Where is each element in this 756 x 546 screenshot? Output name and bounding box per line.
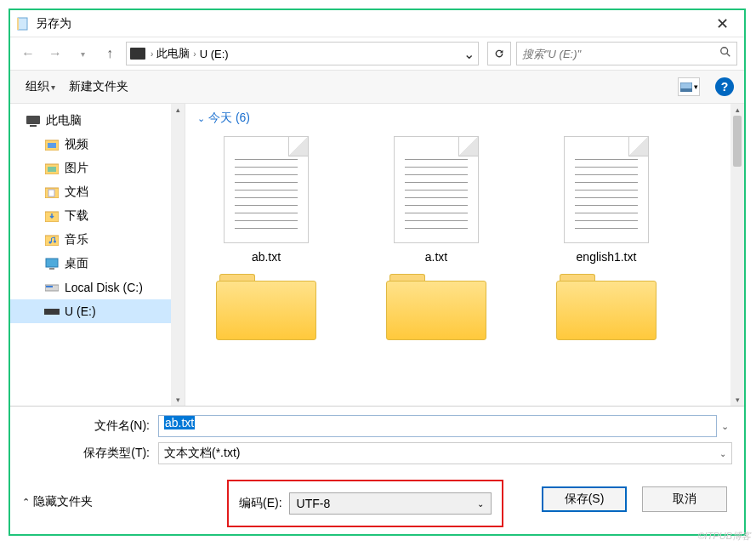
- toolbar: 组织▾ 新建文件夹 ▾ ?: [10, 70, 744, 104]
- back-button[interactable]: ←: [17, 43, 39, 65]
- refresh-button[interactable]: [487, 42, 511, 65]
- tree-item-label: 音乐: [65, 232, 88, 247]
- file-item[interactable]: ab.txt: [211, 136, 321, 264]
- close-button[interactable]: ✕: [705, 14, 739, 33]
- folder-icon: [44, 233, 60, 247]
- cancel-button[interactable]: 取消: [642, 486, 727, 512]
- watermark: ©ITPUB博客: [698, 530, 752, 543]
- file-item[interactable]: a.txt: [381, 136, 492, 264]
- save-as-dialog: 另存为 ✕ ← → ▾ ↑ › 此电脑 › U (E:) ⌄ 组织▾ 新建文件夹: [9, 9, 746, 536]
- chevron-down-icon: ⌄: [719, 449, 726, 458]
- file-name: ab.txt: [252, 250, 281, 264]
- svg-rect-0: [18, 18, 27, 30]
- chevron-down-icon: ▾: [51, 82, 55, 92]
- tree-item-label: 图片: [65, 161, 88, 176]
- scroll-down-icon[interactable]: ▾: [736, 395, 740, 404]
- tree-item-label: 视频: [65, 137, 88, 152]
- tree-item-this-pc[interactable]: 此电脑: [10, 109, 185, 133]
- desktop-icon: [44, 257, 60, 270]
- notepad-icon: [15, 16, 31, 31]
- new-folder-button[interactable]: 新建文件夹: [64, 76, 134, 98]
- encoding-combo[interactable]: UTF-8⌄: [289, 492, 492, 515]
- tree-item-drive-e[interactable]: U (E:)▾: [10, 299, 185, 323]
- hide-folders-label: 隐藏文件夹: [33, 494, 93, 509]
- search-input[interactable]: [522, 48, 719, 60]
- tree-item-downloads[interactable]: 下载: [10, 204, 185, 228]
- pc-icon: [130, 48, 145, 60]
- tree-item-videos[interactable]: 视频: [10, 133, 185, 156]
- svg-rect-6: [26, 116, 40, 124]
- file-item[interactable]: english1.txt: [551, 136, 662, 264]
- svg-rect-9: [48, 143, 56, 148]
- filename-input[interactable]: ab.txt: [158, 415, 717, 437]
- pc-icon: [26, 114, 41, 128]
- encoding-label: 编码(E):: [239, 496, 282, 511]
- address-dropdown-icon[interactable]: ⌄: [463, 46, 475, 62]
- view-button[interactable]: ▾: [678, 77, 700, 96]
- breadcrumb-segment[interactable]: 此电脑: [156, 46, 190, 61]
- chevron-down-icon: ⌄: [477, 499, 484, 509]
- scroll-down-icon[interactable]: ▾: [176, 395, 180, 404]
- folder-icon: [44, 185, 60, 199]
- encoding-highlight: 编码(E): UTF-8⌄: [227, 480, 503, 527]
- file-name: english1.txt: [577, 250, 637, 264]
- breadcrumb-segment[interactable]: U (E:): [200, 48, 229, 60]
- svg-rect-7: [30, 125, 37, 127]
- tree-item-music[interactable]: 音乐: [10, 228, 185, 252]
- folder-item[interactable]: [381, 272, 492, 340]
- svg-rect-21: [46, 286, 53, 287]
- folder-item[interactable]: [551, 272, 662, 340]
- filetype-label: 保存类型(T):: [22, 446, 158, 461]
- forward-button[interactable]: →: [44, 43, 66, 65]
- search-box[interactable]: [516, 42, 737, 65]
- scroll-up-icon[interactable]: ▴: [736, 105, 740, 114]
- tree-item-label: 桌面: [65, 256, 88, 271]
- svg-rect-5: [680, 88, 692, 92]
- text-file-icon: [224, 136, 309, 243]
- tree-item-documents[interactable]: 文档: [10, 180, 185, 204]
- folder-item[interactable]: [211, 272, 321, 340]
- address-bar[interactable]: › 此电脑 › U (E:) ⌄: [126, 42, 479, 65]
- filetype-combo[interactable]: 文本文档(*.txt)⌄: [158, 442, 732, 464]
- drive-icon: [44, 281, 60, 294]
- svg-point-2: [721, 48, 728, 54]
- svg-line-3: [727, 54, 730, 57]
- tree-item-desktop[interactable]: 桌面: [10, 252, 185, 276]
- scroll-up-icon[interactable]: ▴: [176, 105, 180, 114]
- drive-icon: [44, 304, 60, 318]
- file-list: ⌄今天 (6) ab.txt a.txt english1.txt: [185, 104, 744, 406]
- nav-tree: 此电脑 视频 图片 文档 下载 音乐 桌面 Local Disk (C:) U …: [10, 104, 185, 406]
- content-scrollbar[interactable]: ▴ ▾: [730, 104, 744, 406]
- chevron-right-icon[interactable]: ›: [193, 49, 196, 59]
- svg-rect-22: [44, 309, 60, 315]
- search-icon[interactable]: [719, 46, 731, 61]
- tree-item-label: Local Disk (C:): [65, 281, 143, 294]
- folder-icon: [44, 138, 60, 151]
- help-button[interactable]: ?: [715, 77, 734, 96]
- form-area: 文件名(N): ab.txt ⌄ 保存类型(T): 文本文档(*.txt)⌄: [10, 407, 744, 475]
- tree-item-label: 此电脑: [46, 113, 82, 128]
- save-button[interactable]: 保存(S): [542, 486, 627, 512]
- tree-item-label: 文档: [65, 185, 88, 200]
- group-header[interactable]: ⌄今天 (6): [185, 104, 744, 128]
- chevron-right-icon[interactable]: ›: [151, 49, 153, 59]
- tree-item-pictures[interactable]: 图片: [10, 156, 185, 180]
- chevron-down-icon: ▾: [694, 82, 698, 91]
- svg-rect-11: [48, 167, 56, 172]
- svg-rect-19: [49, 268, 54, 270]
- folder-icon: [44, 209, 60, 223]
- bottom-bar: ⌃隐藏文件夹 编码(E): UTF-8⌄ 保存(S) 取消: [10, 475, 744, 534]
- up-button[interactable]: ↑: [99, 43, 121, 65]
- svg-rect-13: [48, 190, 54, 196]
- tree-item-drive-c[interactable]: Local Disk (C:): [10, 276, 185, 299]
- file-name: a.txt: [425, 250, 447, 264]
- filename-value: ab.txt: [164, 416, 195, 429]
- svg-rect-1: [17, 18, 19, 30]
- scrollbar-thumb[interactable]: [733, 116, 742, 167]
- organize-button[interactable]: 组织▾: [20, 76, 60, 98]
- filetype-value: 文本文档(*.txt): [164, 446, 240, 461]
- hide-folders-toggle[interactable]: ⌃隐藏文件夹: [22, 494, 93, 509]
- recent-dropdown-icon[interactable]: ▾: [71, 43, 94, 65]
- tree-scrollbar[interactable]: ▴▾: [171, 104, 185, 406]
- filename-dropdown-icon[interactable]: ⌄: [717, 421, 732, 432]
